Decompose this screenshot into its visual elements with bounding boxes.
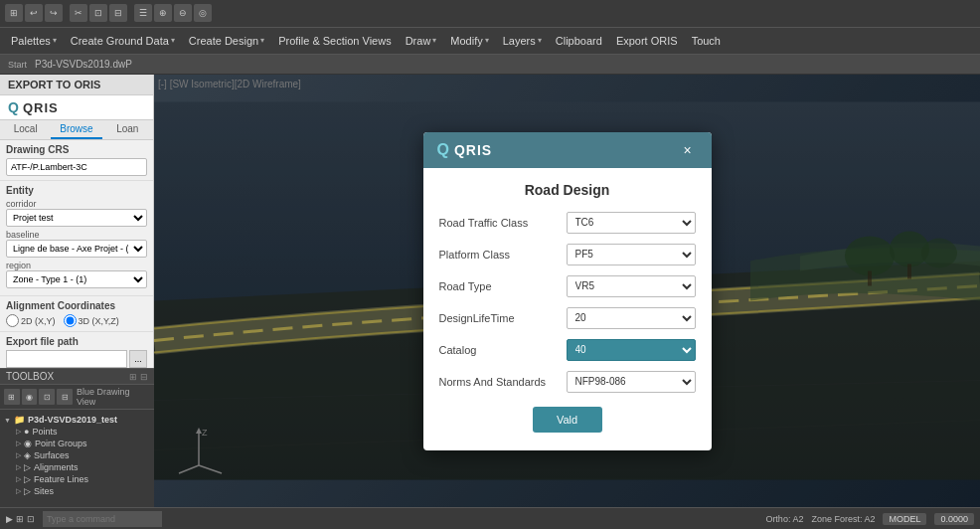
tree-item-alignments[interactable]: ▷▷Alignments: [16, 461, 150, 473]
menu-item-layers[interactable]: Layers▾: [497, 33, 548, 49]
drawing-view-label: Blue Drawing View: [77, 387, 150, 407]
form-select-platform-class[interactable]: PF5: [567, 244, 696, 265]
toolbar-icon-5[interactable]: ⊡: [89, 4, 107, 22]
region-field: region Zone - Type 1 - (1): [6, 261, 147, 288]
menu-arrow: ▾: [432, 36, 436, 45]
toolbar-icon-7[interactable]: ☰: [134, 4, 152, 22]
modal-header-title: Q QRIS: [437, 141, 493, 159]
tree-item-feature-lines[interactable]: ▷▷Feature Lines: [16, 473, 150, 485]
form-row-road-traffic-class: Road Traffic ClassTC6: [439, 212, 696, 234]
drawing-crs-section: Drawing CRS: [0, 140, 153, 181]
baseline-select[interactable]: Ligne de base - Axe Projet - (2): [6, 240, 147, 258]
toolbox-icon-4[interactable]: ⊟: [57, 389, 73, 405]
toolbar-icon-4[interactable]: ✂: [70, 4, 87, 22]
menu-item-draw[interactable]: Draw▾: [400, 33, 443, 49]
entity-section: Entity corridor Projet test baseline Lig…: [0, 181, 153, 296]
form-select-design-lifetime[interactable]: 20: [567, 307, 696, 329]
form-select-norms-standards[interactable]: NFP98-086: [567, 371, 696, 393]
status-right: Ortho: A2 Zone Forest: A2 MODEL 0.0000: [765, 513, 974, 525]
tree-item-arrow: ▷: [16, 475, 21, 483]
form-select-road-traffic-class[interactable]: TC6: [567, 212, 696, 234]
export-path-row: ...: [6, 350, 147, 368]
toolbox-icon-1[interactable]: ⊞: [4, 389, 20, 405]
menu-item-profile-&-section-views[interactable]: Profile & Section Views: [272, 33, 398, 49]
toolbox-icon-2[interactable]: ◉: [22, 389, 38, 405]
toolbar-icon-group-1: ⊞ ↩ ↪: [5, 4, 63, 22]
modal-logo-q: Q: [437, 141, 450, 159]
toolbar-icon-8[interactable]: ⊕: [154, 4, 172, 22]
toolbox-icon-3[interactable]: ⊡: [39, 389, 55, 405]
corridor-select[interactable]: Projet test: [6, 209, 147, 227]
tree-root-arrow: ▼: [4, 417, 11, 424]
form-row-road-type: Road TypeVR5: [439, 275, 696, 297]
tree-item-icon: ◈: [24, 450, 31, 460]
status-nav-icon-2[interactable]: ⊞: [16, 514, 24, 524]
modal-form-rows: Road Traffic ClassTC6Platform ClassPF5Ro…: [439, 212, 696, 393]
form-select-road-type[interactable]: VR5: [567, 275, 696, 297]
menu-item-export-oris[interactable]: Export ORIS: [610, 33, 684, 49]
status-nav-icon-1[interactable]: ▶: [6, 514, 13, 524]
toolbar-icon-2[interactable]: ↩: [25, 4, 43, 22]
toolbar-icon-3[interactable]: ↪: [45, 4, 63, 22]
toolbar-icon-group-2: ✂ ⊡ ⊟: [70, 4, 127, 22]
modal-title-text: QRIS: [454, 142, 492, 158]
form-label-road-traffic-class: Road Traffic Class: [439, 217, 559, 229]
tree-item-surfaces[interactable]: ▷◈Surfaces: [16, 449, 150, 461]
menu-item-create-ground-data[interactable]: Create Ground Data▾: [65, 33, 181, 49]
menu-arrow: ▾: [485, 36, 489, 45]
entity-title: Entity: [6, 185, 147, 196]
tree-item-icon: ▷: [24, 462, 31, 472]
form-row-design-lifetime: DesignLifeTime20: [439, 307, 696, 329]
toolbar-icon-9[interactable]: ⊖: [174, 4, 192, 22]
tab-loan[interactable]: Loan: [102, 120, 153, 139]
form-label-norms-standards: Norms And Standards: [439, 376, 559, 388]
tree-item-sites[interactable]: ▷▷Sites: [16, 485, 150, 497]
menu-item-modify[interactable]: Modify▾: [444, 33, 494, 49]
tab-browse[interactable]: Browse: [51, 120, 101, 139]
radio-3d-label: 3D (X,Y,Z): [64, 314, 119, 327]
modal-dialog: Q QRIS × Road Design Road Traffic ClassT…: [423, 132, 712, 450]
corridor-label: corridor: [6, 199, 147, 209]
tree-root[interactable]: ▼ 📁 P3d-VSVDs2019_test: [4, 414, 150, 426]
drawing-crs-title: Drawing CRS: [6, 144, 147, 155]
menu-item-clipboard[interactable]: Clipboard: [550, 33, 608, 49]
toolbox-header: TOOLBOX ⊞ ⊟: [0, 369, 154, 385]
drawing-crs-input[interactable]: [6, 158, 147, 176]
radio-3d[interactable]: [64, 314, 77, 327]
toolbox-title: TOOLBOX: [6, 371, 54, 382]
tree-item-arrow: ▷: [16, 428, 21, 436]
menu-item-create-design[interactable]: Create Design▾: [183, 33, 270, 49]
tree-item-point-groups[interactable]: ▷◉Point Groups: [16, 438, 150, 449]
toolbar-icon-6[interactable]: ⊟: [109, 4, 127, 22]
tree-root-icon: 📁: [14, 415, 25, 425]
panel-header: EXPORT TO ORIS: [0, 75, 153, 95]
modal-header: Q QRIS ×: [423, 132, 712, 168]
status-bar: ▶ ⊞ ⊡ Ortho: A2 Zone Forest: A2 MODEL 0.…: [0, 507, 980, 529]
menu-item-touch[interactable]: Touch: [686, 33, 727, 49]
tree-item-label: Points: [32, 427, 57, 437]
tab-local[interactable]: Local: [0, 120, 51, 139]
status-nav-icon-3[interactable]: ⊡: [27, 514, 35, 524]
tree-item-points[interactable]: ▷●Points: [16, 426, 150, 438]
region-label: region: [6, 261, 147, 270]
radio-2d[interactable]: [6, 314, 19, 327]
form-select-catalog[interactable]: 40: [567, 339, 696, 361]
tree-item-arrow: ▷: [16, 440, 21, 447]
toolbar-menu: Palettes▾Create Ground Data▾Create Desig…: [0, 28, 980, 54]
region-select[interactable]: Zone - Type 1 - (1): [6, 270, 147, 288]
logo-text: QRIS: [23, 100, 59, 115]
toolbar-icon-10[interactable]: ◎: [194, 4, 212, 22]
modal-valid-button[interactable]: Vald: [533, 407, 602, 433]
toolbox-toolbar: ⊞ ◉ ⊡ ⊟ Blue Drawing View: [0, 385, 154, 410]
alignment-coords-section: Alignment Coordinates 2D (X,Y) 3D (X,Y,Z…: [0, 296, 153, 332]
menu-item-palettes[interactable]: Palettes▾: [5, 33, 63, 49]
modal-content: Road Design Road Traffic ClassTC6Platfor…: [423, 168, 712, 450]
alignment-radio-group: 2D (X,Y) 3D (X,Y,Z): [6, 314, 147, 327]
modal-close-button[interactable]: ×: [678, 140, 698, 160]
browse-button[interactable]: ...: [129, 350, 147, 368]
command-input[interactable]: [43, 511, 162, 527]
toolbar-icon-1[interactable]: ⊞: [5, 4, 23, 22]
tree-children: ▷●Points▷◉Point Groups▷◈Surfaces▷▷Alignm…: [4, 426, 150, 497]
export-path-input[interactable]: [6, 350, 127, 368]
menu-arrow: ▾: [171, 36, 175, 45]
